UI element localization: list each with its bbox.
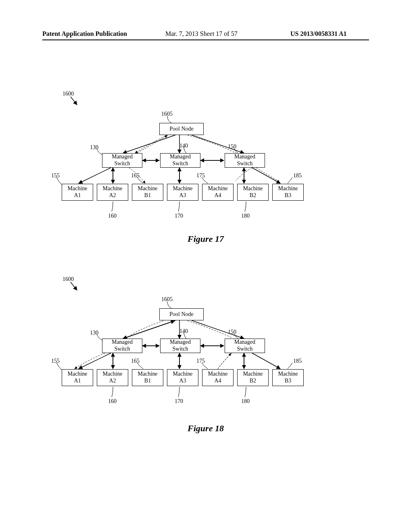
machine-box: Machine B3 <box>272 369 304 386</box>
machine-ref-160: 160 <box>108 213 117 219</box>
pool-ref-label: 1605 <box>161 296 173 303</box>
managed-switch-box: Managed Switch <box>160 339 200 353</box>
machine-ref-175: 175 <box>196 358 205 364</box>
svg-line-0 <box>71 97 77 105</box>
machine-b3: Machine B3 <box>278 185 298 199</box>
machine-b3: Machine B3 <box>278 371 298 384</box>
switch-1-text: Managed Switch <box>170 154 191 167</box>
system-ref-label: 1600 <box>63 276 74 283</box>
switch-2-text: Managed Switch <box>234 339 255 353</box>
machine-box: Machine A3 <box>167 184 198 201</box>
machine-ref-175: 175 <box>196 172 205 179</box>
machine-box: Machine A1 <box>62 184 93 201</box>
machine-box: Machine B1 <box>132 184 163 201</box>
machine-box: Machine A4 <box>202 369 234 386</box>
machine-b2: Machine B2 <box>243 371 263 384</box>
header-rule <box>42 39 369 40</box>
svg-line-1 <box>123 135 175 153</box>
machine-ref-165: 165 <box>131 358 140 364</box>
machine-ref-180: 180 <box>241 398 250 405</box>
switch-ref-130: 130 <box>90 330 98 336</box>
machine-a3: Machine A3 <box>173 185 193 199</box>
managed-switch-box: Managed Switch <box>225 339 265 353</box>
switch-ref-150: 150 <box>228 143 236 150</box>
figure-17-connectors <box>42 89 369 242</box>
svg-line-8 <box>79 168 111 183</box>
system-ref-label: 1600 <box>63 91 74 97</box>
machine-ref-155: 155 <box>51 172 60 179</box>
machine-box: Machine A3 <box>167 369 198 386</box>
figure-18: 1600 1605 Pool Node 130 140 150 Managed … <box>42 274 369 443</box>
switch-ref-140: 140 <box>179 143 188 149</box>
switch-0-text: Managed Switch <box>112 339 133 353</box>
machine-ref-170: 170 <box>175 213 183 219</box>
svg-line-15 <box>252 168 280 183</box>
machine-box: Machine A2 <box>97 369 128 386</box>
machine-box: Machine A4 <box>202 184 234 201</box>
machine-ref-180: 180 <box>241 213 250 219</box>
machine-ref-155: 155 <box>51 358 60 364</box>
machine-ref-185: 185 <box>293 358 302 364</box>
machine-box: Machine B3 <box>272 184 304 201</box>
svg-line-18 <box>123 321 175 339</box>
pool-node-text: Pool Node <box>169 126 194 133</box>
machine-a2: Machine A2 <box>103 371 123 384</box>
machine-ref-160: 160 <box>108 398 117 405</box>
figure-17-caption: Figure 17 <box>42 234 369 244</box>
svg-line-16 <box>71 282 77 290</box>
svg-line-25 <box>79 353 111 369</box>
switch-ref-140: 140 <box>179 328 188 335</box>
machine-ref-185: 185 <box>293 172 302 179</box>
managed-switch-box: Managed Switch <box>102 153 142 168</box>
machine-a1: Machine A1 <box>68 371 88 384</box>
machine-box: Machine B2 <box>237 369 269 386</box>
figure-17: 1600 1605 Pool Node 130 140 150 Managed … <box>42 89 369 242</box>
machine-b1: Machine B1 <box>138 371 158 384</box>
switch-2-text: Managed Switch <box>234 154 255 167</box>
svg-line-32 <box>252 353 280 369</box>
managed-switch-box: Managed Switch <box>160 153 200 168</box>
machine-box: Machine B2 <box>237 184 269 201</box>
machine-b2: Machine B2 <box>243 185 263 199</box>
switch-ref-130: 130 <box>90 144 98 151</box>
machine-a1: Machine A1 <box>68 185 88 199</box>
machine-a3: Machine A3 <box>173 371 193 384</box>
machine-box: Machine B1 <box>132 369 163 386</box>
switch-ref-150: 150 <box>228 329 236 335</box>
pool-node-text: Pool Node <box>169 311 194 318</box>
pool-node-box: Pool Node <box>159 308 204 320</box>
figure-18-caption: Figure 18 <box>42 423 369 434</box>
switch-1-text: Managed Switch <box>170 339 191 353</box>
pool-ref-label: 1605 <box>161 111 173 117</box>
switch-0-text: Managed Switch <box>112 154 133 167</box>
header-publication: Patent Application Publication <box>42 30 127 37</box>
machine-a4: Machine A4 <box>208 371 228 384</box>
pool-node-box: Pool Node <box>159 123 204 135</box>
machine-box: Machine A2 <box>97 184 128 201</box>
machine-box: Machine A1 <box>62 369 93 386</box>
header-sheet: Mar. 7, 2013 Sheet 17 of 57 <box>165 30 238 37</box>
figure-18-connectors <box>42 274 369 443</box>
machine-a4: Machine A4 <box>208 185 228 199</box>
header-pubnum: US 2013/0058331 A1 <box>290 30 347 37</box>
machine-ref-165: 165 <box>131 172 140 179</box>
managed-switch-box: Managed Switch <box>225 153 265 168</box>
machine-ref-170: 170 <box>175 398 183 405</box>
managed-switch-box: Managed Switch <box>102 339 142 353</box>
machine-b1: Machine B1 <box>138 185 158 199</box>
machine-a2: Machine A2 <box>103 185 123 199</box>
